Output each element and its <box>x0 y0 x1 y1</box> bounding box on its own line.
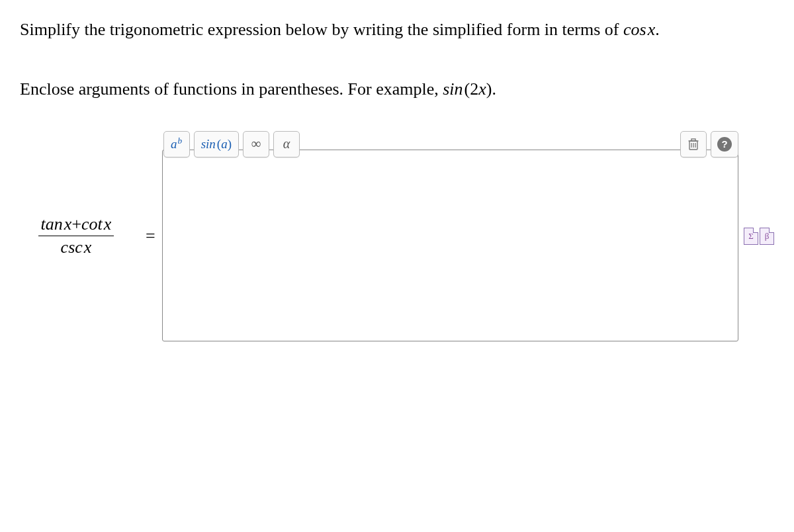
sigma-page-button[interactable]: Σ <box>744 228 758 245</box>
denominator: cscx <box>38 236 114 257</box>
csc-var: x <box>84 238 92 257</box>
infinity-button[interactable]: ∞ <box>243 131 269 157</box>
side-actions: Σ β <box>744 228 774 245</box>
exp-base: a <box>171 138 177 152</box>
math-editor: ab sin(a) ∞ α <box>162 131 738 341</box>
help-button[interactable]: ? <box>711 131 738 157</box>
plus: + <box>71 214 81 234</box>
trash-icon <box>687 138 699 151</box>
sin-func: sin <box>443 79 463 99</box>
cos-var: x <box>648 20 656 39</box>
text: Simplify the trigonometric expression be… <box>20 20 623 39</box>
arg-num: 2 <box>470 79 478 99</box>
cot-func: cot <box>81 214 103 234</box>
trig-label: sin <box>201 137 216 151</box>
infinity-icon: ∞ <box>251 136 261 152</box>
text: Enclose arguments of functions in parent… <box>20 79 443 99</box>
paren-open: ( <box>464 79 470 99</box>
tan-var: x <box>64 214 72 234</box>
editor-toolbar: ab sin(a) ∞ α <box>162 131 738 157</box>
pc: ) <box>228 137 232 151</box>
text: . <box>655 20 660 39</box>
answer-row: tanx+cotx cscx = ab sin(a) ∞ α <box>20 131 774 341</box>
question-line-2: Enclose arguments of functions in parent… <box>20 78 774 101</box>
numerator: tanx+cotx <box>38 214 114 236</box>
question-line-1: Simplify the trigonometric expression be… <box>20 19 774 41</box>
text: . <box>492 79 496 99</box>
tan-func: tan <box>41 214 63 234</box>
sigma-icon: Σ <box>748 231 754 242</box>
math-input-area[interactable] <box>162 150 738 341</box>
help-q: ? <box>721 138 727 150</box>
exp-power: b <box>178 136 183 146</box>
cot-var: x <box>104 214 112 234</box>
alpha-button[interactable]: α <box>273 131 300 157</box>
alpha-icon: α <box>283 136 290 152</box>
help-icon: ? <box>717 137 732 152</box>
svg-rect-5 <box>691 139 695 141</box>
fraction: tanx+cotx cscx <box>38 214 114 257</box>
csc-func: csc <box>61 238 83 257</box>
expression-lhs: tanx+cotx cscx <box>20 214 132 257</box>
beta-icon: β <box>765 231 770 242</box>
trig-arg: a <box>221 137 228 151</box>
arg-var: x <box>478 79 486 99</box>
trash-button[interactable] <box>680 131 707 157</box>
beta-page-button[interactable]: β <box>760 228 774 245</box>
cos-func: cos <box>623 20 646 39</box>
exponent-button[interactable]: ab <box>163 131 190 157</box>
trig-button[interactable]: sin(a) <box>194 131 239 157</box>
equals-sign: = <box>146 226 155 246</box>
